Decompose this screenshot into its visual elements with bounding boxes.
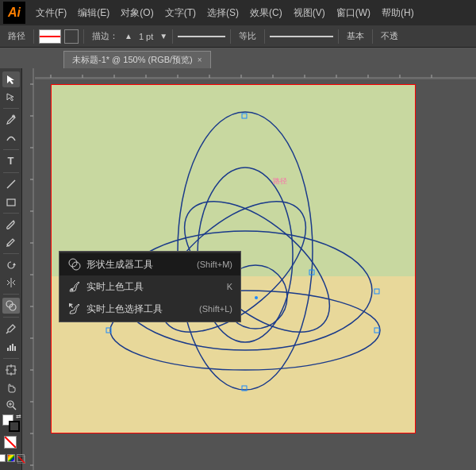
none-icon[interactable] bbox=[4, 436, 18, 450]
menu-select[interactable]: 选择(S) bbox=[202, 3, 244, 23]
path-label: 路径 bbox=[5, 29, 29, 44]
svg-rect-61 bbox=[242, 114, 247, 118]
live-paint-icon bbox=[67, 279, 82, 294]
ctx-live-paint-select[interactable]: 实时上色选择工具 (Shift+L) bbox=[60, 298, 240, 320]
tool-curvature[interactable] bbox=[2, 129, 20, 145]
svg-line-22 bbox=[17, 456, 25, 464]
main-layout: T bbox=[0, 68, 476, 470]
menu-file[interactable]: 文件(F) bbox=[30, 3, 72, 23]
stroke-box[interactable] bbox=[39, 29, 61, 44]
shape-builder-label: 形状生成器工具 bbox=[86, 258, 192, 272]
live-paint-select-icon bbox=[67, 302, 82, 316]
tool-rect[interactable] bbox=[2, 194, 20, 210]
ruler-vertical bbox=[22, 68, 35, 470]
svg-text:路径: 路径 bbox=[273, 177, 287, 185]
svg-line-21 bbox=[5, 437, 16, 448]
menu-help[interactable]: 帮助(H) bbox=[376, 3, 420, 23]
stroke-value[interactable]: 1 pt bbox=[136, 30, 156, 43]
svg-rect-68 bbox=[374, 328, 379, 333]
gradient-swatch[interactable] bbox=[7, 454, 15, 462]
fill-stroke-selector[interactable]: ⇄ bbox=[2, 414, 20, 432]
menu-window[interactable]: 窗口(W) bbox=[331, 3, 376, 23]
live-paint-select-label: 实时上色选择工具 bbox=[86, 302, 194, 316]
menu-effect[interactable]: 效果(C) bbox=[244, 3, 288, 23]
live-paint-label: 实时上色工具 bbox=[86, 280, 222, 294]
stroke-swatch[interactable] bbox=[9, 421, 20, 432]
svg-rect-66 bbox=[374, 289, 379, 294]
opacity-label: 不透 bbox=[378, 29, 401, 44]
tool-paintbrush[interactable] bbox=[2, 217, 20, 233]
tool-artboard[interactable] bbox=[2, 362, 20, 378]
menu-text[interactable]: 文字(T) bbox=[159, 3, 202, 23]
tool-graph[interactable] bbox=[2, 338, 20, 354]
toolbox: T bbox=[0, 68, 22, 470]
svg-line-1 bbox=[7, 180, 15, 188]
slash-indicator bbox=[5, 437, 16, 448]
tool-eyedropper[interactable] bbox=[2, 321, 20, 337]
svg-rect-9 bbox=[10, 345, 11, 351]
tool-zoom[interactable] bbox=[2, 397, 20, 413]
line-sample bbox=[178, 36, 225, 37]
tab-title: 未标题-1* @ 150% (RGB/预览) bbox=[72, 54, 193, 66]
none-fill-btn[interactable] bbox=[17, 454, 25, 462]
tool-rotate[interactable] bbox=[2, 257, 20, 273]
toolbar: 路径 描边： ▲ 1 pt ▼ 等比 基本 不透 bbox=[0, 25, 476, 48]
shape-builder-icon bbox=[67, 257, 82, 272]
down-arrow-icon[interactable]: ▼ bbox=[159, 32, 167, 40]
svg-point-69 bbox=[255, 296, 258, 299]
long-line-sample bbox=[270, 36, 333, 37]
up-arrow-icon[interactable]: ▲ bbox=[125, 32, 132, 40]
menu-view[interactable]: 视图(V) bbox=[288, 3, 331, 23]
svg-line-7 bbox=[6, 332, 8, 333]
shape-builder-shortcut: (Shift+M) bbox=[197, 260, 232, 269]
tool-reflect[interactable] bbox=[2, 275, 20, 291]
none-swatch bbox=[4, 436, 17, 449]
toolbar-sep-1 bbox=[33, 29, 34, 44]
swap-icon[interactable]: ⇄ bbox=[16, 413, 21, 420]
svg-rect-11 bbox=[14, 346, 16, 351]
color-mode-buttons bbox=[0, 454, 25, 462]
tool-sep-7 bbox=[3, 317, 19, 318]
tab-bar: 未标题-1* @ 150% (RGB/预览) × bbox=[0, 48, 476, 68]
canvas-area[interactable]: 路径 形状生成器工具 (Shift+M) 实时上色工具 K bbox=[35, 68, 476, 470]
ruler-horizontal bbox=[35, 68, 476, 79]
svg-rect-8 bbox=[7, 348, 9, 351]
ctx-live-paint[interactable]: 实时上色工具 K bbox=[60, 275, 240, 298]
svg-point-72 bbox=[72, 262, 80, 270]
tool-sep-1 bbox=[3, 108, 19, 109]
document-tab[interactable]: 未标题-1* @ 150% (RGB/预览) × bbox=[63, 51, 211, 68]
toolbar-sep-2 bbox=[83, 29, 84, 44]
svg-rect-2 bbox=[7, 199, 15, 206]
tool-line[interactable] bbox=[2, 176, 20, 192]
tool-sep-5 bbox=[3, 253, 19, 254]
toolbar-sep-7 bbox=[372, 29, 373, 44]
tool-direct-select[interactable] bbox=[2, 89, 20, 105]
tool-select[interactable] bbox=[2, 71, 20, 87]
tab-close-button[interactable]: × bbox=[198, 56, 202, 64]
toolbar-sep-4 bbox=[230, 29, 231, 44]
ctx-shape-builder[interactable]: 形状生成器工具 (Shift+M) bbox=[60, 253, 240, 275]
ratio-label: 等比 bbox=[236, 29, 259, 44]
tool-sep-3 bbox=[3, 172, 19, 173]
stroke-label: 描边： bbox=[89, 29, 121, 44]
tool-type[interactable]: T bbox=[2, 152, 20, 168]
tool-pen[interactable] bbox=[2, 112, 20, 128]
live-paint-shortcut: K bbox=[227, 282, 232, 291]
tool-pencil[interactable] bbox=[2, 234, 20, 250]
tool-shape-builder[interactable] bbox=[2, 298, 20, 314]
menu-bar: Ai 文件(F) 编辑(E) 对象(O) 文字(T) 选择(S) 效果(C) 视… bbox=[0, 0, 476, 25]
fill-box[interactable] bbox=[64, 29, 79, 44]
white-swatch[interactable] bbox=[0, 454, 6, 462]
ai-logo: Ai bbox=[3, 2, 25, 24]
toolbar-sep-6 bbox=[338, 29, 339, 44]
menu-object[interactable]: 对象(O) bbox=[115, 3, 159, 23]
svg-rect-10 bbox=[12, 344, 13, 351]
context-menu: 形状生成器工具 (Shift+M) 实时上色工具 K 实时上色选择工具 (Shi… bbox=[59, 251, 241, 322]
svg-point-71 bbox=[69, 259, 77, 267]
tool-hand[interactable] bbox=[2, 379, 20, 395]
tool-sep-2 bbox=[3, 149, 19, 150]
tool-sep-4 bbox=[3, 213, 19, 214]
svg-line-18 bbox=[13, 406, 16, 410]
live-paint-select-shortcut: (Shift+L) bbox=[199, 304, 232, 314]
menu-edit[interactable]: 编辑(E) bbox=[72, 3, 115, 23]
